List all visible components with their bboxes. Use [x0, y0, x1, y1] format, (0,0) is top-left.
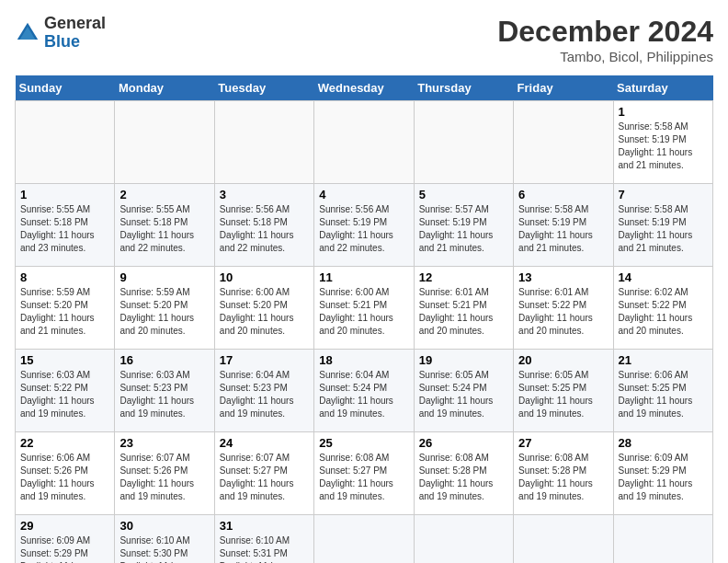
day-number: 1 [619, 105, 708, 119]
page-header: General Blue December 2024 Tambo, Bicol,… [15, 15, 713, 64]
calendar-cell: 22 Sunrise: 6:06 AMSunset: 5:26 PMDaylig… [16, 432, 115, 515]
day-details: Sunrise: 6:02 AMSunset: 5:22 PMDaylight:… [619, 287, 693, 336]
calendar-cell: 4 Sunrise: 5:56 AMSunset: 5:19 PMDayligh… [314, 184, 414, 267]
calendar-cell [613, 515, 712, 564]
header-sunday: Sunday [16, 75, 115, 101]
location-subtitle: Tambo, Bicol, Philippines [497, 49, 713, 64]
title-block: December 2024 Tambo, Bicol, Philippines [497, 15, 713, 64]
day-details: Sunrise: 5:56 AMSunset: 5:19 PMDaylight:… [319, 204, 393, 253]
day-details: Sunrise: 6:06 AMSunset: 5:25 PMDaylight:… [619, 370, 693, 419]
day-details: Sunrise: 6:03 AMSunset: 5:22 PMDaylight:… [20, 370, 95, 419]
day-details: Sunrise: 6:08 AMSunset: 5:27 PMDaylight:… [319, 453, 393, 501]
day-number: 6 [518, 188, 608, 201]
header-tuesday: Tuesday [214, 75, 313, 101]
calendar-week-4: 15 Sunrise: 6:03 AMSunset: 5:22 PMDaylig… [16, 350, 713, 432]
calendar-cell: 31 Sunrise: 6:10 AMSunset: 5:31 PMDaylig… [214, 515, 313, 564]
day-details: Sunrise: 5:59 AMSunset: 5:20 PMDaylight:… [20, 287, 95, 336]
calendar-table: SundayMondayTuesdayWednesdayThursdayFrid… [15, 75, 713, 563]
day-number: 21 [619, 353, 708, 367]
day-number: 19 [419, 353, 508, 367]
day-number: 7 [619, 188, 708, 201]
day-number: 18 [319, 353, 408, 367]
calendar-cell [414, 515, 513, 564]
day-details: Sunrise: 6:09 AMSunset: 5:29 PMDaylight:… [619, 453, 693, 501]
calendar-week-1: 1 Sunrise: 5:58 AMSunset: 5:19 PMDayligh… [16, 101, 713, 184]
calendar-cell: 1 Sunrise: 5:58 AMSunset: 5:19 PMDayligh… [613, 101, 712, 184]
day-details: Sunrise: 6:05 AMSunset: 5:24 PMDaylight:… [419, 370, 494, 419]
day-details: Sunrise: 6:09 AMSunset: 5:29 PMDaylight:… [20, 535, 95, 563]
calendar-cell [514, 515, 613, 564]
calendar-cell: 15 Sunrise: 6:03 AMSunset: 5:22 PMDaylig… [16, 350, 115, 432]
day-details: Sunrise: 6:01 AMSunset: 5:21 PMDaylight:… [419, 287, 494, 336]
day-details: Sunrise: 6:00 AMSunset: 5:20 PMDaylight:… [220, 287, 294, 336]
calendar-cell: 10 Sunrise: 6:00 AMSunset: 5:20 PMDaylig… [214, 267, 313, 350]
calendar-cell: 11 Sunrise: 6:00 AMSunset: 5:21 PMDaylig… [314, 267, 414, 350]
day-number: 17 [220, 353, 309, 367]
calendar-cell [314, 101, 414, 184]
logo-blue-text: Blue [44, 32, 80, 51]
calendar-cell: 8 Sunrise: 5:59 AMSunset: 5:20 PMDayligh… [16, 267, 115, 350]
day-details: Sunrise: 5:55 AMSunset: 5:18 PMDaylight:… [119, 204, 194, 253]
day-details: Sunrise: 5:58 AMSunset: 5:19 PMDaylight:… [619, 204, 693, 253]
calendar-cell: 7 Sunrise: 5:58 AMSunset: 5:19 PMDayligh… [613, 184, 712, 267]
month-year-title: December 2024 [497, 15, 713, 49]
day-number: 25 [319, 436, 408, 450]
calendar-cell: 26 Sunrise: 6:08 AMSunset: 5:28 PMDaylig… [414, 432, 513, 515]
calendar-cell: 2 Sunrise: 5:55 AMSunset: 5:18 PMDayligh… [115, 184, 214, 267]
day-number: 30 [119, 519, 209, 533]
day-number: 15 [20, 353, 109, 367]
calendar-cell: 5 Sunrise: 5:57 AMSunset: 5:19 PMDayligh… [414, 184, 513, 267]
day-details: Sunrise: 6:06 AMSunset: 5:26 PMDaylight:… [20, 453, 95, 501]
calendar-week-5: 22 Sunrise: 6:06 AMSunset: 5:26 PMDaylig… [16, 432, 713, 515]
calendar-cell [115, 101, 214, 184]
calendar-cell [514, 101, 613, 184]
calendar-cell [16, 101, 115, 184]
calendar-cell: 29 Sunrise: 6:09 AMSunset: 5:29 PMDaylig… [16, 515, 115, 564]
day-details: Sunrise: 6:10 AMSunset: 5:30 PMDaylight:… [119, 535, 194, 563]
calendar-cell: 16 Sunrise: 6:03 AMSunset: 5:23 PMDaylig… [115, 350, 214, 432]
header-saturday: Saturday [613, 75, 712, 101]
calendar-week-6: 29 Sunrise: 6:09 AMSunset: 5:29 PMDaylig… [16, 515, 713, 564]
day-number: 20 [518, 353, 608, 367]
calendar-cell: 13 Sunrise: 6:01 AMSunset: 5:22 PMDaylig… [514, 267, 613, 350]
day-details: Sunrise: 6:08 AMSunset: 5:28 PMDaylight:… [518, 453, 593, 501]
day-details: Sunrise: 5:58 AMSunset: 5:19 PMDaylight:… [619, 121, 693, 170]
day-details: Sunrise: 6:07 AMSunset: 5:26 PMDaylight:… [119, 453, 194, 501]
calendar-cell: 3 Sunrise: 5:56 AMSunset: 5:18 PMDayligh… [214, 184, 313, 267]
day-number: 29 [20, 519, 109, 533]
day-details: Sunrise: 6:05 AMSunset: 5:25 PMDaylight:… [518, 370, 593, 419]
day-number: 26 [419, 436, 508, 450]
day-number: 10 [220, 270, 309, 284]
day-number: 2 [119, 188, 209, 201]
day-details: Sunrise: 5:55 AMSunset: 5:18 PMDaylight:… [20, 204, 95, 253]
day-details: Sunrise: 5:56 AMSunset: 5:18 PMDaylight:… [220, 204, 294, 253]
calendar-cell [414, 101, 513, 184]
day-details: Sunrise: 5:57 AMSunset: 5:19 PMDaylight:… [419, 204, 494, 253]
logo-general-text: General [44, 14, 106, 32]
day-details: Sunrise: 6:04 AMSunset: 5:24 PMDaylight:… [319, 370, 393, 419]
day-number: 11 [319, 270, 408, 284]
calendar-cell [214, 101, 313, 184]
calendar-header-row: SundayMondayTuesdayWednesdayThursdayFrid… [16, 75, 713, 101]
day-number: 24 [220, 436, 309, 450]
calendar-cell [314, 515, 414, 564]
day-details: Sunrise: 6:10 AMSunset: 5:31 PMDaylight:… [220, 535, 294, 563]
day-number: 13 [518, 270, 608, 284]
day-number: 22 [20, 436, 109, 450]
calendar-cell: 6 Sunrise: 5:58 AMSunset: 5:19 PMDayligh… [514, 184, 613, 267]
calendar-cell: 25 Sunrise: 6:08 AMSunset: 5:27 PMDaylig… [314, 432, 414, 515]
logo-icon [15, 20, 40, 46]
calendar-cell: 9 Sunrise: 5:59 AMSunset: 5:20 PMDayligh… [115, 267, 214, 350]
calendar-cell: 17 Sunrise: 6:04 AMSunset: 5:23 PMDaylig… [214, 350, 313, 432]
day-number: 23 [119, 436, 209, 450]
day-number: 27 [518, 436, 608, 450]
calendar-cell: 24 Sunrise: 6:07 AMSunset: 5:27 PMDaylig… [214, 432, 313, 515]
calendar-cell: 23 Sunrise: 6:07 AMSunset: 5:26 PMDaylig… [115, 432, 214, 515]
day-number: 14 [619, 270, 708, 284]
day-details: Sunrise: 5:59 AMSunset: 5:20 PMDaylight:… [119, 287, 194, 336]
header-friday: Friday [514, 75, 613, 101]
day-number: 31 [220, 519, 309, 533]
day-number: 9 [119, 270, 209, 284]
header-wednesday: Wednesday [314, 75, 414, 101]
day-details: Sunrise: 6:00 AMSunset: 5:21 PMDaylight:… [319, 287, 393, 336]
